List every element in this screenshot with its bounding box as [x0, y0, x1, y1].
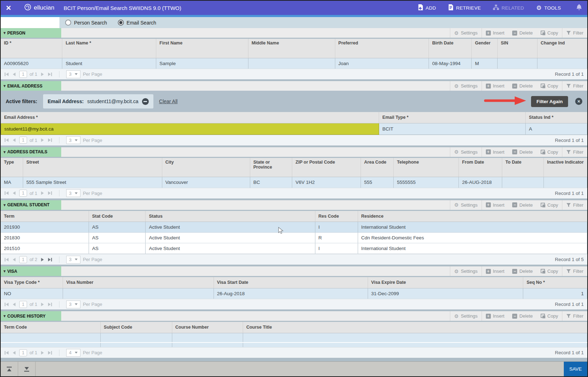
filter-button[interactable]: Filter	[562, 313, 587, 319]
course-history-empty-row[interactable]	[1, 333, 587, 343]
prev-page-button[interactable]	[12, 72, 17, 77]
last-page-button[interactable]	[47, 191, 52, 196]
settings-button[interactable]: ⚙Settings	[450, 202, 482, 208]
person-row[interactable]: A00905620 Student Sample Joan 08-May-199…	[1, 58, 587, 69]
cell-city: Vancouver	[162, 177, 250, 188]
visa-section-tab[interactable]: ▾ VISA	[1, 266, 61, 276]
copy-button[interactable]: Copy	[537, 83, 562, 89]
next-page-button[interactable]	[40, 350, 45, 355]
close-page-icon[interactable]: ✕	[6, 4, 18, 12]
person-search-radio[interactable]: Person Search	[65, 20, 107, 26]
last-page-button[interactable]	[47, 72, 52, 77]
settings-button[interactable]: ⚙Settings	[450, 269, 482, 274]
cell-status-ind: A	[526, 123, 587, 134]
filter-button[interactable]: Filter	[562, 83, 587, 89]
copy-icon	[541, 203, 545, 207]
filter-again-button[interactable]: Filter Again	[531, 96, 568, 107]
next-page-button[interactable]	[40, 138, 45, 143]
settings-button[interactable]: ⚙Settings	[450, 30, 482, 36]
delete-button[interactable]: −Delete	[508, 313, 537, 319]
per-page-select[interactable]: 3	[66, 136, 80, 144]
filter-button[interactable]: Filter	[562, 149, 587, 155]
delete-button[interactable]: −Delete	[508, 83, 537, 89]
first-page-button[interactable]	[4, 257, 9, 262]
tools-button[interactable]: ⚙ TOOLS	[536, 5, 561, 11]
email-row[interactable]: sstudent11@my.bcit.ca BCIT A	[1, 123, 587, 134]
notification-bell-icon[interactable]	[576, 4, 582, 12]
delete-button[interactable]: −Delete	[508, 149, 537, 155]
page-number-input[interactable]: 1	[19, 301, 27, 308]
general-student-row[interactable]: 201510 AS Active Student I International…	[1, 243, 587, 254]
general-student-section-tab[interactable]: ▾ GENERAL STUDENT	[1, 200, 61, 210]
copy-button[interactable]: Copy	[537, 269, 562, 274]
next-page-button[interactable]	[40, 302, 45, 307]
scroll-to-top-button[interactable]	[1, 362, 18, 376]
insert-button[interactable]: +Insert	[482, 202, 509, 208]
prev-page-button[interactable]	[12, 302, 17, 307]
visa-row[interactable]: NO 26-Aug-2018 31-Dec-2099 1	[1, 288, 587, 299]
first-page-button[interactable]	[4, 350, 9, 355]
page-number-input[interactable]: 1	[19, 137, 27, 144]
page-number-input[interactable]: 1	[19, 71, 27, 78]
address-section-tab[interactable]: ▾ ADDRESS DETAILS	[1, 147, 61, 157]
last-page-button[interactable]	[47, 302, 52, 307]
first-page-button[interactable]	[4, 72, 9, 77]
last-page-button[interactable]	[47, 138, 52, 143]
add-button[interactable]: ADD	[418, 4, 436, 11]
next-page-button[interactable]	[40, 257, 45, 262]
delete-button[interactable]: −Delete	[508, 30, 537, 36]
filter-label: Filter	[573, 30, 583, 36]
last-page-button[interactable]	[47, 350, 52, 355]
insert-button[interactable]: +Insert	[482, 149, 509, 155]
copy-button[interactable]: Copy	[537, 313, 562, 319]
per-page-select[interactable]: 3	[66, 70, 80, 78]
prev-page-button[interactable]	[12, 257, 17, 262]
page-number-input[interactable]: 1	[19, 190, 27, 197]
last-page-button[interactable]	[47, 257, 52, 262]
next-page-button[interactable]	[40, 191, 45, 196]
course-history-section-tab[interactable]: ▾ COURSE HISTORY	[1, 311, 61, 321]
email-search-radio[interactable]: Email Search	[118, 20, 156, 26]
first-page-button[interactable]	[4, 138, 9, 143]
related-button[interactable]: RELATED	[493, 5, 524, 11]
delete-button[interactable]: −Delete	[508, 202, 537, 208]
delete-button[interactable]: −Delete	[508, 269, 537, 274]
insert-button[interactable]: +Insert	[482, 83, 509, 89]
prev-page-button[interactable]	[12, 138, 17, 143]
retrieve-button[interactable]: RETRIEVE	[448, 4, 481, 11]
insert-button[interactable]: +Insert	[482, 313, 509, 319]
filter-button[interactable]: Filter	[562, 269, 587, 274]
page-number-input[interactable]: 1	[19, 256, 27, 263]
general-student-row[interactable]: 201930 AS Active Student I International…	[1, 222, 587, 233]
remove-filter-icon[interactable]	[142, 98, 149, 105]
next-page-button[interactable]	[40, 72, 45, 77]
per-page-select[interactable]: 4	[66, 349, 80, 357]
save-button[interactable]: SAVE	[564, 362, 587, 376]
copy-button[interactable]: Copy	[537, 149, 562, 155]
general-student-row[interactable]: 201830 AS Active Student R Cdn Resident-…	[1, 233, 587, 243]
first-page-button[interactable]	[4, 191, 9, 196]
copy-button[interactable]: Copy	[537, 30, 562, 36]
settings-button[interactable]: ⚙Settings	[450, 149, 482, 155]
copy-button[interactable]: Copy	[537, 202, 562, 208]
per-page-select[interactable]: 3	[66, 301, 80, 308]
first-page-button[interactable]	[4, 302, 9, 307]
person-section-tab[interactable]: ▾ PERSON	[1, 28, 61, 38]
email-section-tab[interactable]: ▾ EMAIL ADDRESS	[1, 81, 61, 91]
course-history-empty-row[interactable]	[1, 343, 587, 347]
address-row[interactable]: MA 555 Sample Street Vancouver BC V6V 1H…	[1, 177, 587, 188]
prev-page-button[interactable]	[12, 191, 17, 196]
scroll-to-bottom-button[interactable]	[18, 362, 36, 376]
page-number-input[interactable]: 1	[19, 349, 27, 356]
close-filter-icon[interactable]: ✕	[575, 98, 582, 105]
insert-button[interactable]: +Insert	[482, 269, 509, 274]
prev-page-button[interactable]	[12, 350, 17, 355]
clear-all-link[interactable]: Clear All	[159, 99, 178, 104]
per-page-select[interactable]: 3	[66, 189, 80, 197]
settings-button[interactable]: ⚙Settings	[450, 83, 482, 89]
filter-button[interactable]: Filter	[562, 30, 587, 36]
filter-button[interactable]: Filter	[562, 202, 587, 208]
per-page-select[interactable]: 3	[66, 256, 80, 264]
insert-button[interactable]: +Insert	[482, 30, 509, 36]
settings-button[interactable]: ⚙Settings	[450, 313, 482, 319]
